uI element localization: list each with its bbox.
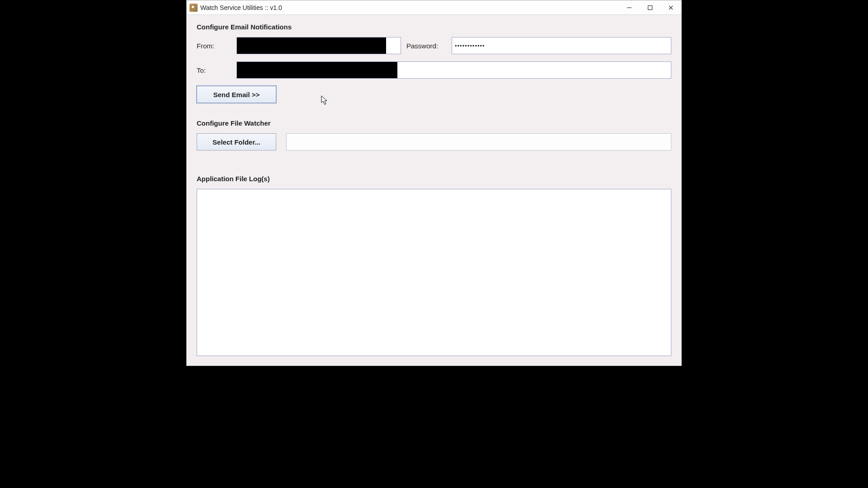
from-password-row: From: Password: •••••••••••• (197, 37, 671, 54)
email-section-heading: Configure Email Notifications (197, 23, 671, 31)
content-area: Configure Email Notifications From: Pass… (187, 15, 681, 361)
send-email-button[interactable]: Send Email >> (197, 86, 276, 103)
folder-row: Select Folder... (197, 133, 671, 150)
password-input[interactable]: •••••••••••• (452, 37, 671, 54)
window-title: Watch Service Utilities :: v1.0 (200, 4, 282, 11)
redacted-block (237, 38, 386, 54)
log-section-heading: Application File Log(s) (197, 175, 671, 183)
password-label: Password: (406, 42, 447, 50)
from-input[interactable] (236, 37, 401, 54)
folder-path-display (286, 133, 671, 150)
java-app-icon (189, 4, 198, 12)
select-folder-button[interactable]: Select Folder... (197, 133, 276, 150)
titlebar: Watch Service Utilities :: v1.0 (187, 0, 681, 15)
password-value: •••••••••••• (455, 42, 485, 49)
watcher-section-heading: Configure File Watcher (197, 119, 671, 127)
svg-rect-1 (648, 5, 652, 9)
redacted-block (237, 62, 397, 78)
application-window: Watch Service Utilities :: v1.0 Configur… (186, 0, 682, 366)
window-controls (619, 0, 681, 14)
maximize-button[interactable] (640, 0, 660, 14)
from-label: From: (197, 42, 232, 50)
minimize-button[interactable] (619, 0, 640, 14)
log-textarea[interactable] (197, 189, 671, 356)
to-row: To: (197, 61, 671, 79)
close-button[interactable] (660, 0, 681, 14)
to-input[interactable] (236, 61, 671, 79)
to-label: To: (197, 66, 232, 74)
